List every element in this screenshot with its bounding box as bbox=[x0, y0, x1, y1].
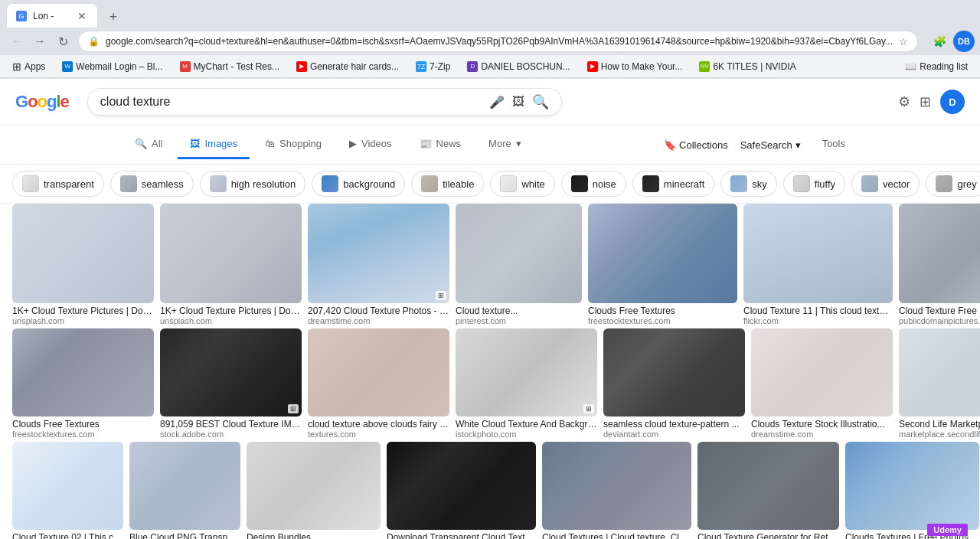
image-title-2: 1K+ Cloud Texture Pictures | Download ..… bbox=[160, 305, 302, 316]
images-nav-icon: 🖼 bbox=[190, 138, 200, 149]
chip-grey[interactable]: grey bbox=[926, 171, 980, 197]
image-thumb-15 bbox=[12, 442, 123, 530]
chip-background[interactable]: background bbox=[312, 171, 405, 197]
nav-item-videos[interactable]: ▶ Videos bbox=[337, 130, 404, 159]
image-item-10[interactable]: cloud texture above clouds fairy tale ..… bbox=[308, 328, 449, 439]
image-title-18: Download Transparent Cloud Texture ... bbox=[387, 532, 536, 539]
image-item-2[interactable]: 1K+ Cloud Texture Pictures | Download ..… bbox=[160, 204, 302, 325]
image-info-1: 1K+ Cloud Texture Pictures | Download ..… bbox=[12, 305, 154, 325]
chip-sky-label: sky bbox=[752, 178, 767, 190]
active-tab[interactable]: G Lon - ✕ bbox=[6, 3, 98, 28]
settings-icon[interactable]: ⚙ bbox=[898, 93, 910, 110]
mychart-bookmark[interactable]: M MyChart - Test Res... bbox=[174, 60, 286, 74]
image-title-7: Cloud Texture Free Stock Photo - Public … bbox=[899, 305, 980, 316]
collections-button[interactable]: 🔖 Collections bbox=[658, 136, 734, 154]
chip-white-thumb bbox=[500, 175, 517, 192]
image-title-8: Clouds Free Textures bbox=[12, 419, 154, 430]
new-tab-button[interactable]: + bbox=[103, 6, 124, 28]
image-item-4[interactable]: Cloud texture... pinterest.com bbox=[456, 204, 582, 325]
apps-bookmark[interactable]: ⊞ Apps bbox=[6, 59, 51, 74]
image-item-15[interactable]: Cloud Texture 02 | This cloud textur... … bbox=[12, 442, 123, 539]
image-thumb-17 bbox=[247, 442, 381, 530]
safesearch-chevron-icon: ▾ bbox=[795, 139, 801, 151]
image-item-6[interactable]: Cloud Texture 11 | This cloud texture...… bbox=[743, 204, 893, 325]
mic-icon[interactable]: 🎤 bbox=[489, 95, 505, 109]
reload-button[interactable]: ↻ bbox=[52, 31, 74, 52]
nav-item-shopping[interactable]: 🛍 Shopping bbox=[253, 130, 334, 159]
tab-close-button[interactable]: ✕ bbox=[76, 10, 88, 22]
image-info-12: seamless cloud texture-pattern ... devia… bbox=[603, 419, 745, 439]
chip-vector-label: vector bbox=[883, 178, 910, 190]
nav-item-images[interactable]: 🖼 Images bbox=[178, 130, 250, 159]
chip-grey-thumb bbox=[936, 175, 952, 192]
bookmark-star-icon[interactable]: ☆ bbox=[899, 36, 908, 47]
generate-bookmark[interactable]: ▶ Generate hair cards... bbox=[290, 60, 405, 74]
chip-vector[interactable]: vector bbox=[851, 171, 920, 197]
nav-item-all[interactable]: 🔍 All bbox=[122, 130, 175, 159]
image-item-11[interactable]: ⊞ White Cloud Texture And Background Gre… bbox=[456, 328, 597, 439]
safesearch-button[interactable]: SafeSearch ▾ bbox=[740, 139, 801, 151]
nav-item-news[interactable]: 📰 News bbox=[407, 130, 474, 159]
image-item-18[interactable]: Download Transparent Cloud Texture ... p… bbox=[387, 442, 536, 539]
search-submit-icon[interactable]: 🔍 bbox=[532, 93, 549, 110]
url-text[interactable]: google.com/search?q=cloud+texture&hl=en&… bbox=[106, 36, 893, 47]
back-button[interactable]: ← bbox=[6, 31, 28, 52]
image-item-14[interactable]: Second Life Marketplace - clou... market… bbox=[899, 328, 980, 439]
chip-white[interactable]: white bbox=[490, 171, 554, 197]
daniel-favicon: D bbox=[467, 61, 478, 72]
address-bar[interactable]: 🔒 google.com/search?q=cloud+texture&hl=e… bbox=[78, 31, 918, 52]
chip-tileable[interactable]: tileable bbox=[411, 171, 484, 197]
reading-list-label: Reading list bbox=[920, 61, 968, 72]
webmail-bookmark[interactable]: W Webmail Login – Bl... bbox=[56, 60, 168, 74]
nav-videos-label: Videos bbox=[361, 138, 392, 149]
chip-high-resolution[interactable]: high resolution bbox=[200, 171, 306, 197]
nvidia-label: 6K TITLES | NVIDIA bbox=[713, 61, 795, 72]
chip-noise[interactable]: noise bbox=[561, 171, 626, 197]
nvidia-bookmark[interactable]: NV 6K TITLES | NVIDIA bbox=[693, 60, 802, 74]
image-item-17[interactable]: Design Bundles designbundles.net bbox=[247, 442, 381, 539]
search-input[interactable] bbox=[100, 95, 482, 109]
image-item-13[interactable]: Clouds Texture Stock Illustratio... drea… bbox=[751, 328, 893, 439]
tools-button[interactable]: Tools bbox=[810, 130, 858, 159]
image-item-7[interactable]: Cloud Texture Free Stock Photo - Public … bbox=[899, 204, 980, 325]
image-thumb-14 bbox=[899, 328, 980, 416]
search-bar[interactable]: 🎤 🖼 🔍 bbox=[87, 88, 562, 116]
image-item-20[interactable]: Cloud Texture Generator for Retouching .… bbox=[697, 442, 839, 539]
image-badge-9: ⊞ bbox=[288, 404, 299, 413]
chip-minecraft[interactable]: minecraft bbox=[632, 171, 714, 197]
profile-button[interactable]: DB bbox=[953, 31, 975, 52]
chip-tileable-thumb bbox=[421, 175, 438, 192]
image-item-12[interactable]: seamless cloud texture-pattern ... devia… bbox=[603, 328, 745, 439]
image-item-5[interactable]: Clouds Free Textures freestocktextures.c… bbox=[588, 204, 737, 325]
image-item-1[interactable]: 1K+ Cloud Texture Pictures | Download ..… bbox=[12, 204, 154, 325]
chip-fluffy[interactable]: fluffy bbox=[783, 171, 845, 197]
search-by-image-icon[interactable]: 🖼 bbox=[512, 95, 524, 109]
filter-chips-bar: transparent seamless high resolution bac… bbox=[0, 165, 980, 204]
howto-bookmark[interactable]: ▶ How to Make Your... bbox=[581, 60, 689, 74]
image-item-3[interactable]: ⊞ 207,420 Cloud Texture Photos - Free ..… bbox=[308, 204, 449, 325]
forward-button[interactable]: → bbox=[29, 31, 51, 52]
image-item-9[interactable]: ⊞ 891,059 BEST Cloud Texture IMAGES ... … bbox=[160, 328, 302, 439]
image-title-15: Cloud Texture 02 | This cloud textur... bbox=[12, 532, 123, 539]
user-avatar[interactable]: D bbox=[940, 90, 965, 114]
udemy-badge[interactable]: Udemy bbox=[927, 524, 968, 536]
tools-label: Tools bbox=[822, 138, 845, 149]
chip-transparent[interactable]: transparent bbox=[12, 171, 104, 197]
browser-topbar: ← → ↻ 🔒 google.com/search?q=cloud+textur… bbox=[0, 28, 980, 55]
image-item-8[interactable]: Clouds Free Textures freestocktextures.c… bbox=[12, 328, 154, 439]
chip-fluffy-label: fluffy bbox=[815, 178, 835, 190]
7zip-bookmark[interactable]: 7Z 7-Zip bbox=[410, 60, 456, 74]
nav-item-more[interactable]: More ▾ bbox=[476, 130, 534, 159]
chip-seamless[interactable]: seamless bbox=[110, 171, 194, 197]
extensions-button[interactable]: 🧩 bbox=[929, 31, 950, 52]
reading-list-button[interactable]: 📖 Reading list bbox=[899, 60, 974, 74]
image-site-12: deviantart.com bbox=[603, 430, 745, 439]
chip-fluffy-thumb bbox=[793, 175, 810, 192]
nvidia-favicon: NV bbox=[699, 61, 710, 72]
daniel-bookmark[interactable]: D DANIEL BOSCHUN... bbox=[461, 60, 576, 74]
chip-sky[interactable]: sky bbox=[720, 171, 777, 197]
image-item-16[interactable]: Blue Cloud PNG Transparent (... texture4… bbox=[129, 442, 240, 539]
image-item-19[interactable]: Cloud Textures | Cloud texture, Clouds .… bbox=[542, 442, 691, 539]
logo-g2: g bbox=[47, 92, 56, 111]
google-apps-icon[interactable]: ⊞ bbox=[920, 93, 931, 110]
